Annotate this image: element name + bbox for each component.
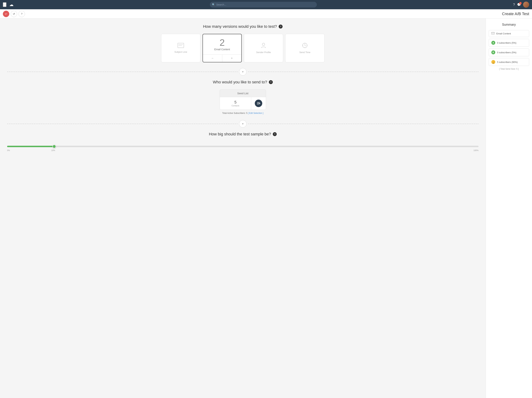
winner-text: 5 subscribers (90%) [497,61,518,63]
sender-profile-card[interactable]: Sender Profile [244,34,283,62]
divider-line-left [7,72,238,72]
slider-current-label: 10% [51,149,55,151]
variant-b-text: 0 subscribers (5%) [497,51,516,54]
recipients-question-text: Who would you like to send to? [213,80,267,84]
total-send-size: [ Total Send Size: 5 ] [489,68,529,70]
history-button[interactable]: ↺ [11,11,17,17]
search-container: 🔍 [210,2,317,7]
subject-line-card[interactable]: Subject Line [161,34,200,62]
divider-line-right [248,72,479,72]
decrement-button[interactable]: − [203,55,222,62]
svg-line-6 [305,45,306,46]
summary-winner: 🏆 5 subscribers (90%) [489,58,529,66]
email-content-label: Email Content [214,48,230,51]
svg-point-10 [307,45,307,46]
divider-line-right-2 [248,124,479,124]
svg-point-3 [262,43,265,46]
search-input[interactable] [210,2,317,7]
flow-arrow-1: ▼ [239,68,247,75]
summary-email-label: Email Content [496,32,511,35]
seed-list-body: 5 Contacts [220,97,266,110]
secondary-toolbar: ↩ ↺ ? Create A/B Test [0,9,532,19]
increment-button[interactable]: + [222,55,241,62]
summary-variant-a: A 0 subscribers (5%) [489,39,529,47]
recipients-help-icon[interactable]: ? [269,80,273,84]
divider-2: ▼ [7,120,479,128]
seed-list-icon [255,100,262,107]
flow-arrow-2: ▼ [239,120,247,128]
versions-question-text: How many versions would you like to test… [203,24,277,29]
email-content-controls: − + [203,55,241,62]
email-content-icon [491,32,494,35]
send-time-icon [302,43,308,50]
recipients-question: Who would you like to send to? ? [7,80,479,84]
page-title: Create A/B Test [502,12,529,16]
seed-list-header: Seed List [220,90,266,97]
svg-rect-11 [257,102,260,103]
variant-a-badge: A [491,41,495,45]
svg-point-7 [304,43,305,44]
divider-1: ▼ [7,68,479,75]
send-time-label: Send Time [299,51,310,54]
subject-line-icon [177,43,184,49]
notifications-button[interactable]: 💬 1 [517,3,521,6]
send-time-card[interactable]: Send Time [285,34,324,62]
user-avatar[interactable] [523,2,529,8]
notification-badge: 1 [519,2,522,5]
search-icon: 🔍 [212,3,215,6]
seed-list-contacts: 5 Contacts [220,97,251,110]
version-cards-container: Subject Line 2 Email Content − + [7,34,479,62]
edit-selection-link[interactable]: [ Edit Selection ] [248,112,264,114]
subject-line-label: Subject Line [174,51,187,53]
sender-profile-icon [261,43,266,50]
seed-list-card[interactable]: Seed List 5 Contacts [220,89,266,110]
versions-section: How many versions would you like to test… [7,24,479,62]
sample-size-section: How big should the test sample be? ? 0% … [7,132,479,151]
total-subscribers-text: Total Active Subscribers: 5 [222,112,247,114]
email-content-number: 2 [220,38,225,47]
seed-list-container: Seed List 5 Contacts [7,89,479,114]
email-content-card[interactable]: 2 Email Content − + [203,34,242,62]
slider-container [7,144,479,149]
slider-section: 0% 10% 100% [7,142,479,151]
summary-email-content: Email Content [489,30,529,37]
nav-right-actions: ? 💬 1 [513,2,529,8]
slider-min-label: 0% [7,149,10,151]
seed-list-info: Total Active Subscribers: 5 [ Edit Selec… [222,112,264,114]
slider-max-label: 100% [474,149,479,151]
divider-line-left-2 [7,124,238,124]
svg-rect-12 [257,103,260,104]
contacts-count: 5 [234,100,236,105]
variant-b-badge: B [491,50,495,54]
sample-question-text: How big should the test sample be? [209,132,271,137]
app-logo: ☁ [9,2,13,7]
help-button[interactable]: ? [19,11,25,17]
main-layout: How many versions would you like to test… [0,19,532,398]
svg-point-9 [302,45,303,46]
sample-question: How big should the test sample be? ? [7,132,479,137]
variant-a-text: 0 subscribers (5%) [497,42,516,44]
summary-sidebar: Summary Email Content A 0 subscribers (5… [486,19,532,398]
hamburger-menu-button[interactable]: ☰ [3,2,6,7]
slider-labels: 0% 10% 100% [7,149,479,151]
svg-rect-13 [257,104,259,104]
versions-question: How many versions would you like to test… [7,24,479,29]
email-content-inner: 2 Email Content [214,34,230,55]
summary-variant-b: B 0 subscribers (5%) [489,49,529,56]
versions-help-icon[interactable]: ? [279,25,283,29]
top-navigation: ☰ ☁ 🔍 ? 💬 1 [0,0,532,9]
back-button[interactable]: ↩ [3,11,9,17]
seed-list-icon-wrap [251,97,266,110]
summary-title: Summary [489,23,529,26]
sample-help-icon[interactable]: ? [273,132,277,136]
winner-badge: 🏆 [491,60,495,64]
recipients-section: Who would you like to send to? ? Seed Li… [7,80,479,114]
svg-rect-14 [492,32,494,34]
help-nav-button[interactable]: ? [513,3,515,6]
contacts-label: Contacts [232,105,239,107]
content-area: How many versions would you like to test… [0,19,486,398]
svg-point-8 [304,47,305,48]
sender-profile-label: Sender Profile [256,51,271,54]
toolbar-left: ↩ ↺ ? [3,11,25,17]
